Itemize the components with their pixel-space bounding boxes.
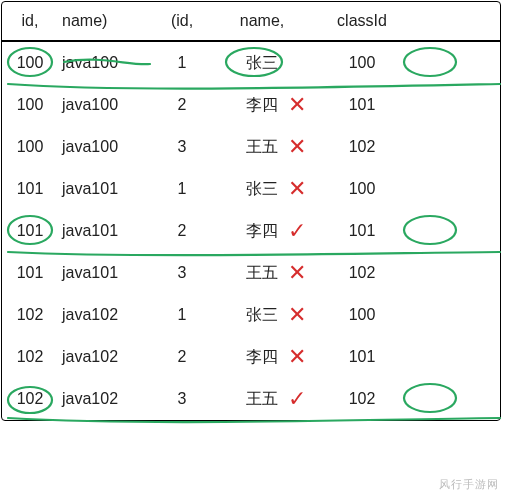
th-left-id: id, xyxy=(2,12,58,30)
cell-classid: 100 xyxy=(312,306,412,324)
cell-classid: 101 xyxy=(312,222,412,240)
cell-right-id: 3 xyxy=(152,138,212,156)
cross-icon xyxy=(288,260,306,286)
check-icon xyxy=(288,218,306,244)
th-right-id: (id, xyxy=(152,12,212,30)
name-text: 李四 xyxy=(246,222,278,239)
name-text: 王五 xyxy=(246,264,278,281)
cell-right-name: 张三 xyxy=(212,179,312,200)
cell-right-id: 1 xyxy=(152,54,212,72)
cell-right-id: 2 xyxy=(152,348,212,366)
check-icon xyxy=(288,386,306,412)
name-text: 王五 xyxy=(246,390,278,407)
cell-left-id: 100 xyxy=(2,54,58,72)
cell-classid: 100 xyxy=(312,180,412,198)
name-text: 张三 xyxy=(246,180,278,197)
cell-right-name: 李四 xyxy=(212,347,312,368)
cell-right-id: 2 xyxy=(152,222,212,240)
cell-right-name: 王五 xyxy=(212,263,312,284)
cross-icon xyxy=(288,302,306,328)
cell-right-name: 张三 xyxy=(212,53,312,74)
table-row: 102 java102 2 李四 101 xyxy=(2,336,500,378)
cell-right-id: 1 xyxy=(152,180,212,198)
cell-left-name: java101 xyxy=(58,180,152,198)
cell-left-id: 100 xyxy=(2,138,58,156)
cell-right-name: 王五 xyxy=(212,137,312,158)
cell-classid: 101 xyxy=(312,348,412,366)
cell-right-id: 1 xyxy=(152,306,212,324)
cross-icon xyxy=(288,176,306,202)
cross-icon xyxy=(288,344,306,370)
join-table: id, name) (id, name, classId 100 java100… xyxy=(1,1,501,421)
table-row: 102 java102 1 张三 100 xyxy=(2,294,500,336)
name-text: 李四 xyxy=(246,348,278,365)
table-row: 100 java100 1 张三 100 xyxy=(2,42,500,84)
name-text: 张三 xyxy=(246,54,278,71)
cell-left-name: java100 xyxy=(58,138,152,156)
name-text: 张三 xyxy=(246,306,278,323)
cell-right-name: 张三 xyxy=(212,305,312,326)
cell-left-name: java100 xyxy=(58,54,152,72)
cell-left-id: 102 xyxy=(2,306,58,324)
cross-icon xyxy=(288,92,306,118)
cell-left-id: 102 xyxy=(2,390,58,408)
th-right-name: name, xyxy=(212,12,312,30)
watermark-text: 风行手游网 xyxy=(439,477,499,492)
table-header: id, name) (id, name, classId xyxy=(2,2,500,42)
cell-left-name: java102 xyxy=(58,390,152,408)
cell-right-id: 3 xyxy=(152,390,212,408)
cross-icon xyxy=(288,134,306,160)
name-text: 王五 xyxy=(246,138,278,155)
cell-left-id: 100 xyxy=(2,96,58,114)
cell-left-id: 101 xyxy=(2,180,58,198)
table-row: 101 java101 2 李四 101 xyxy=(2,210,500,252)
cell-classid: 102 xyxy=(312,264,412,282)
cell-right-name: 李四 xyxy=(212,95,312,116)
cell-classid: 101 xyxy=(312,96,412,114)
cell-left-name: java102 xyxy=(58,348,152,366)
cell-left-id: 101 xyxy=(2,264,58,282)
cell-right-id: 2 xyxy=(152,96,212,114)
name-text: 李四 xyxy=(246,96,278,113)
cell-left-name: java101 xyxy=(58,264,152,282)
table-row: 100 java100 3 王五 102 xyxy=(2,126,500,168)
table-row: 101 java101 1 张三 100 xyxy=(2,168,500,210)
cell-right-name: 王五 xyxy=(212,389,312,410)
table-row: 101 java101 3 王五 102 xyxy=(2,252,500,294)
th-left-name: name) xyxy=(58,12,152,30)
table-row: 100 java100 2 李四 101 xyxy=(2,84,500,126)
table-row: 102 java102 3 王五 102 xyxy=(2,378,500,420)
cell-classid: 102 xyxy=(312,138,412,156)
cell-classid: 102 xyxy=(312,390,412,408)
cell-right-name: 李四 xyxy=(212,221,312,242)
cell-left-name: java102 xyxy=(58,306,152,324)
cell-left-id: 101 xyxy=(2,222,58,240)
cell-classid: 100 xyxy=(312,54,412,72)
cell-left-name: java101 xyxy=(58,222,152,240)
cell-left-id: 102 xyxy=(2,348,58,366)
cell-left-name: java100 xyxy=(58,96,152,114)
th-classid: classId xyxy=(312,12,412,30)
cell-right-id: 3 xyxy=(152,264,212,282)
